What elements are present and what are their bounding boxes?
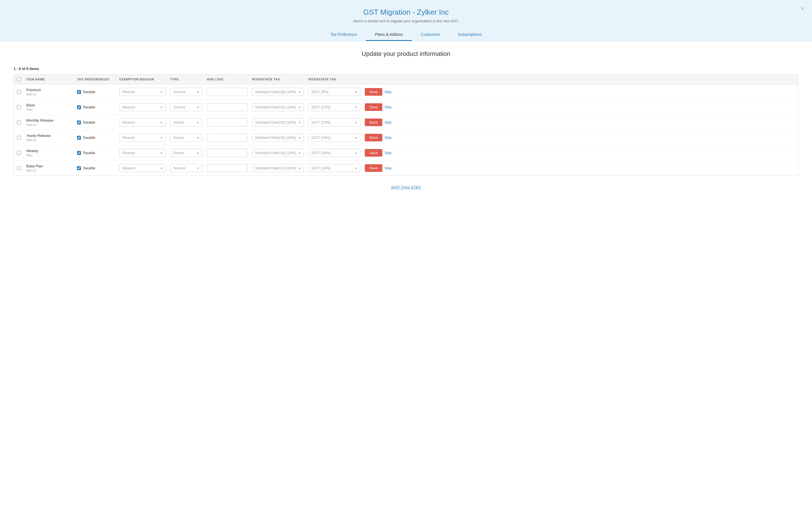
row-3-hsn-cell <box>205 118 250 126</box>
row-4-reason-wrapper: Reason ▼ <box>117 133 168 142</box>
row-6-type-wrapper: Service Goods ▼ <box>168 164 205 172</box>
select-all-checkbox[interactable] <box>17 77 21 81</box>
page-title: Update your product information <box>13 50 799 57</box>
row-6-item-subtype: Add-on <box>26 169 73 172</box>
row-1-type-wrapper: Service Goods ▼ <box>168 88 205 96</box>
row-2-checkbox-cell <box>14 105 24 109</box>
row-5-skip-button[interactable]: Skip <box>385 151 392 155</box>
row-1-interstate-select[interactable]: IGST [5%] IGST [12%] IGST [18%] <box>308 88 360 96</box>
row-5-hsn-input[interactable] <box>207 149 247 157</box>
row-4-hsn-cell <box>205 133 250 142</box>
row-2-hsn-input[interactable] <box>207 103 247 111</box>
row-3-skip-button[interactable]: Skip <box>385 120 392 124</box>
row-4-item-subtype: Add-on <box>26 138 73 142</box>
row-6-skip-button[interactable]: Skip <box>385 166 392 170</box>
skip-step-button[interactable]: SKIP THIS STEP <box>391 185 421 189</box>
row-4-tax-pref-cell: Taxable <box>75 135 117 140</box>
row-5-reason-select[interactable]: Reason <box>119 149 166 157</box>
table-header: ITEM NAME TAX PREFERENCES EXEMPTION REAS… <box>14 75 798 84</box>
row-1-reason-wrapper: Reason ▼ <box>117 88 168 96</box>
row-4-interstate-wrapper: IGST [5%] IGST [12%] IGST [18%] ▼ <box>306 133 363 142</box>
row-2-reason-select[interactable]: Reason <box>119 103 166 111</box>
row-4-save-button[interactable]: Save <box>365 134 382 141</box>
row-3-checkbox[interactable] <box>17 121 21 124</box>
row-1-type-select[interactable]: Service Goods <box>170 88 202 96</box>
row-4-taxable-label: Taxable <box>83 135 95 140</box>
row-1-tax-pref-cell: Taxable <box>75 90 117 94</box>
row-4-interstate-select[interactable]: IGST [5%] IGST [12%] IGST [18%] <box>308 133 360 142</box>
row-2-type-select[interactable]: Service Goods <box>170 103 202 111</box>
row-5-taxable-label: Taxable <box>83 151 95 155</box>
row-5-save-button[interactable]: Save <box>365 149 382 157</box>
row-4-intrastate-select[interactable]: Standard Rate(18) [18%] <box>252 133 304 142</box>
row-5-intrastate-select[interactable]: Standard Rate(18) [18%] <box>252 149 304 157</box>
row-5-checkbox[interactable] <box>17 151 21 155</box>
row-3-save-button[interactable]: Save <box>365 119 382 126</box>
table-row: Baby Plan Add-on Taxable Reason ▼ Servic… <box>14 161 798 175</box>
row-5-checkbox-cell <box>14 151 24 155</box>
header-subtitle: Here's a simple tool to migrate your org… <box>0 19 812 23</box>
row-3-item-name: Monthly Release <box>26 118 73 123</box>
row-6-hsn-cell <box>205 164 250 172</box>
row-2-tax-pref-cell: Taxable <box>75 105 117 109</box>
row-4-checkbox[interactable] <box>17 136 21 140</box>
row-6-taxable-checkbox[interactable] <box>77 166 81 170</box>
row-1-checkbox[interactable] <box>17 90 21 94</box>
close-button[interactable]: × <box>801 6 804 11</box>
row-2-interstate-select[interactable]: IGST [5%] IGST [12%] IGST [18%] <box>308 103 360 111</box>
row-1-intrastate-wrapper: Standard Rate(18) [18%] ▼ <box>250 88 306 96</box>
row-6-intrastate-select[interactable]: Standard Rate(18) [18%] <box>252 164 304 172</box>
row-5-taxable-checkbox[interactable] <box>77 151 81 155</box>
row-2-skip-button[interactable]: Skip <box>385 105 392 109</box>
row-3-type-select[interactable]: Service Goods <box>170 118 202 126</box>
row-2-intrastate-select[interactable]: Standard Rate(18) [18%] <box>252 103 304 111</box>
tab-plans-addons[interactable]: Plans & Addons <box>366 29 412 41</box>
row-2-taxable-checkbox[interactable] <box>77 105 81 109</box>
header-interstate-tax: INTERSTATE TAX <box>306 78 363 81</box>
main-content: Update your product information 1 - 6 of… <box>0 41 812 199</box>
row-4-skip-button[interactable]: Skip <box>385 135 392 140</box>
row-3-intrastate-select[interactable]: Standard Rate(18) [18%] <box>252 118 304 126</box>
row-3-taxable-checkbox[interactable] <box>77 121 81 124</box>
header-exemption-reason: EXEMPTION REASON <box>117 78 168 81</box>
row-4-type-wrapper: Service Goods ▼ <box>168 133 205 142</box>
row-3-checkbox-cell <box>14 121 24 124</box>
row-3-tax-pref-cell: Taxable <box>75 120 117 124</box>
row-1-taxable-checkbox[interactable] <box>77 90 81 94</box>
row-6-hsn-input[interactable] <box>207 164 247 172</box>
row-3-interstate-select[interactable]: IGST [5%] IGST [12%] IGST [18%] <box>308 118 360 126</box>
row-6-checkbox[interactable] <box>17 166 21 170</box>
row-2-save-button[interactable]: Save <box>365 103 382 111</box>
header: × GST Migration - Zylker Inc Here's a si… <box>0 0 812 41</box>
row-5-interstate-select[interactable]: IGST [5%] IGST [12%] IGST [18%] <box>308 149 360 157</box>
row-2-reason-wrapper: Reason ▼ <box>117 103 168 111</box>
tab-customers[interactable]: Customers <box>412 29 449 41</box>
row-6-checkbox-cell <box>14 166 24 170</box>
row-2-checkbox[interactable] <box>17 105 21 109</box>
row-5-tax-pref-cell: Taxable <box>75 151 117 155</box>
tab-tax-preference[interactable]: Tax Preference <box>321 29 366 41</box>
header-title: GST Migration - Zylker Inc <box>0 8 812 17</box>
row-1-hsn-input[interactable] <box>207 88 247 96</box>
row-4-hsn-input[interactable] <box>207 133 247 142</box>
tab-subscriptions[interactable]: Subscriptions <box>449 29 491 41</box>
row-5-hsn-cell <box>205 149 250 157</box>
row-3-reason-select[interactable]: Reason <box>119 118 166 126</box>
row-4-item-name-cell: Yearly Release Add-on <box>24 133 75 142</box>
row-4-reason-select[interactable]: Reason <box>119 133 166 142</box>
row-6-interstate-select[interactable]: IGST [5%] IGST [12%] IGST [18%] <box>308 164 360 172</box>
row-4-taxable-checkbox[interactable] <box>77 136 81 140</box>
row-5-type-select[interactable]: Service Goods <box>170 149 202 157</box>
row-3-hsn-input[interactable] <box>207 118 247 126</box>
row-5-item-subtype: Plan <box>26 154 73 157</box>
row-1-reason-select[interactable]: Reason <box>119 88 166 96</box>
row-4-type-select[interactable]: Service Goods <box>170 133 202 142</box>
row-6-save-button[interactable]: Save <box>365 164 382 172</box>
row-5-interstate-wrapper: IGST [5%] IGST [12%] IGST [18%] ▼ <box>306 149 363 157</box>
row-6-type-select[interactable]: Service Goods <box>170 164 202 172</box>
row-3-actions-cell: Save Skip <box>363 119 396 126</box>
row-1-intrastate-select[interactable]: Standard Rate(18) [18%] <box>252 88 304 96</box>
row-6-reason-select[interactable]: Reason <box>119 164 166 172</box>
row-1-save-button[interactable]: Save <box>365 88 382 96</box>
row-1-skip-button[interactable]: Skip <box>385 90 392 94</box>
